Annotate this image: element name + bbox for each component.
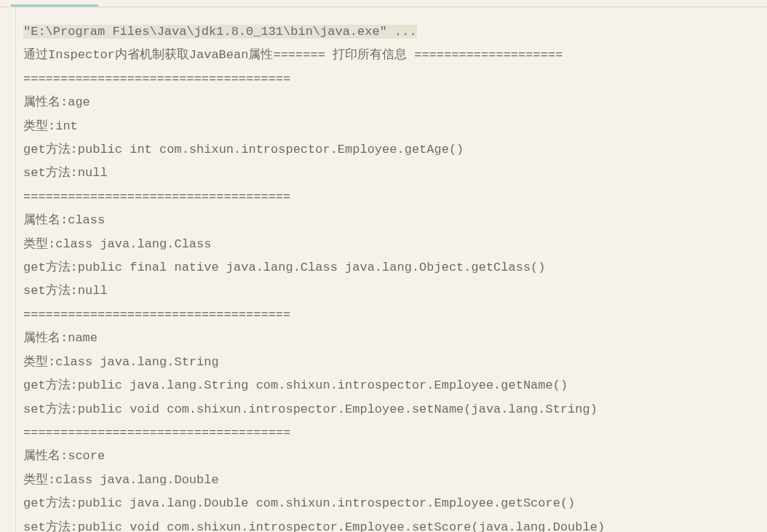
- console-line: ====================================: [23, 72, 290, 86]
- console-line: set方法:null: [23, 284, 108, 298]
- console-line: 属性名:name: [23, 331, 98, 345]
- console-line: 类型:int: [23, 119, 78, 133]
- console-line: 通过Inspector内省机制获取JavaBean属性======= 打印所有信…: [23, 48, 563, 62]
- console-line: get方法:public final native java.lang.Clas…: [23, 261, 546, 274]
- console-line: set方法:public void com.shixun.introspecto…: [23, 520, 605, 532]
- console-line: set方法:null: [23, 166, 108, 180]
- console-line: ====================================: [23, 308, 290, 322]
- console-line: 属性名:class: [23, 213, 105, 227]
- gutter: [0, 7, 16, 532]
- active-tab-indicator[interactable]: [11, 4, 98, 7]
- console-line: get方法:public int com.shixun.introspector…: [23, 143, 464, 156]
- console-line: ====================================: [23, 190, 290, 204]
- console-line: 类型:class java.lang.Class: [23, 237, 211, 251]
- console-line: 类型:class java.lang.String: [23, 355, 219, 369]
- tab-bar: [0, 0, 767, 7]
- console-line: 属性名:age: [23, 95, 90, 109]
- console-line: 属性名:score: [23, 449, 105, 463]
- console-line: get方法:public java.lang.String com.shixun…: [23, 378, 568, 392]
- console-line: ====================================: [23, 426, 290, 440]
- command-line: "E:\Program Files\Java\jdk1.8.0_131\bin\…: [23, 25, 417, 39]
- console-line: 类型:class java.lang.Double: [23, 473, 219, 487]
- console-line: get方法:public java.lang.Double com.shixun…: [23, 496, 575, 510]
- console-line: set方法:public void com.shixun.introspecto…: [23, 402, 597, 416]
- console-output[interactable]: "E:\Program Files\Java\jdk1.8.0_131\bin\…: [0, 7, 767, 532]
